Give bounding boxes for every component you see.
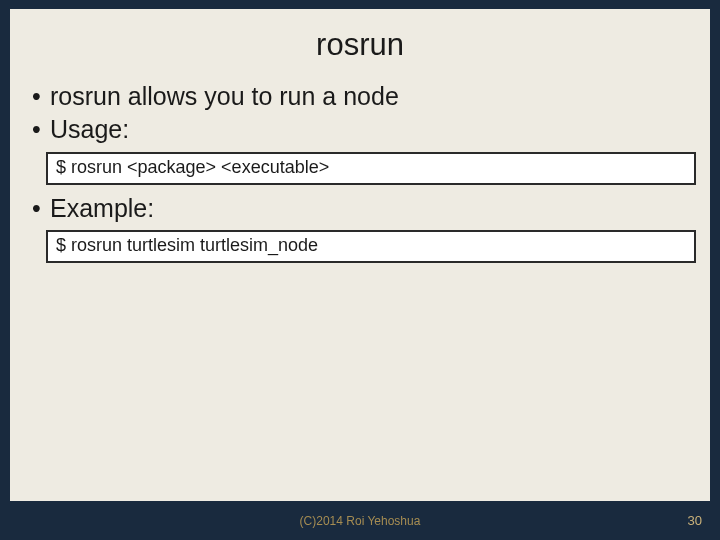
bullet-example-label: Example: xyxy=(28,193,692,224)
slide-body: rosrun rosrun allows you to run a node U… xyxy=(10,9,710,501)
slide-content: rosrun allows you to run a node Usage: $… xyxy=(10,69,710,263)
copyright-text: (C)2014 Roi Yehoshua xyxy=(0,514,720,528)
code-example: $ rosrun turtlesim turtlesim_node xyxy=(46,230,696,263)
bullet-intro: rosrun allows you to run a node xyxy=(28,81,692,112)
bullet-usage-label: Usage: xyxy=(28,114,692,145)
code-usage: $ rosrun <package> <executable> xyxy=(46,152,696,185)
page-number: 30 xyxy=(688,513,702,528)
footer: (C)2014 Roi Yehoshua 30 xyxy=(0,512,720,540)
slide-title: rosrun xyxy=(10,9,710,69)
